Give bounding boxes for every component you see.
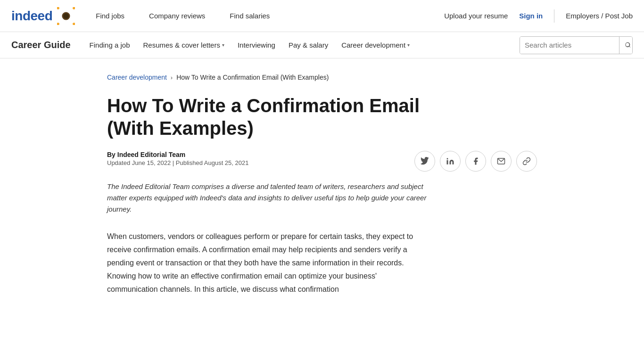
main-content: Career development › How To Write a Conf… (0, 58, 644, 326)
published-date: Published August 25, 2021 (176, 159, 249, 166)
employers-link[interactable]: Employers / Post Job (566, 12, 633, 20)
share-twitter-button[interactable] (414, 151, 435, 172)
author-label: Indeed Editorial Team (117, 151, 185, 158)
breadcrumb-separator: › (171, 74, 173, 81)
svg-point-3 (72, 22, 75, 25)
facebook-icon (471, 157, 480, 165)
career-guide-title: Career Guide (11, 40, 71, 50)
find-salaries-link[interactable]: Find salaries (224, 9, 275, 23)
svg-point-5 (57, 22, 60, 25)
link-icon (522, 157, 531, 165)
date-pipe: | (171, 159, 176, 166)
career-development-label: Career development (341, 41, 405, 49)
breadcrumb-parent-link[interactable]: Career development (107, 74, 167, 81)
indeed-logo-text: indeed (11, 8, 52, 24)
share-linkedin-button[interactable] (440, 151, 461, 172)
twitter-icon (421, 157, 429, 165)
email-icon (497, 157, 505, 165)
find-jobs-link[interactable]: Find jobs (90, 9, 130, 23)
svg-point-7 (57, 7, 60, 10)
finding-a-job-nav[interactable]: Finding a job (84, 38, 136, 52)
top-nav: indeed Find jobs (0, 0, 644, 32)
top-nav-links: Find jobs Company reviews Find salaries (90, 9, 444, 23)
author-prefix: By (107, 151, 117, 158)
author-dates: Updated June 15, 2022 | Published August… (107, 159, 248, 166)
search-articles-button[interactable] (619, 37, 633, 54)
chevron-down-icon: ▾ (222, 42, 224, 48)
share-email-button[interactable] (491, 151, 512, 172)
editorial-note: The Indeed Editorial Team comprises a di… (107, 181, 428, 215)
chevron-down-icon-2: ▾ (407, 42, 410, 48)
career-development-nav[interactable]: Career development ▾ (336, 38, 415, 52)
career-guide-nav: Career Guide Finding a job Resumes & cov… (0, 32, 644, 58)
article-body: When customers, vendors or colleagues pe… (107, 230, 428, 296)
article-title: How To Write a Confirmation Email (With … (107, 94, 446, 140)
updated-date: Updated June 15, 2022 (107, 159, 171, 166)
author-meta-left: By Indeed Editorial Team Updated June 15… (107, 151, 248, 166)
search-articles-input[interactable] (520, 37, 619, 54)
breadcrumb: Career development › How To Write a Conf… (107, 74, 537, 81)
sunflower-icon (57, 7, 75, 25)
author-name: By Indeed Editorial Team (107, 151, 248, 158)
resumes-cover-letters-nav[interactable]: Resumes & cover letters ▾ (138, 38, 230, 52)
svg-point-1 (72, 7, 75, 10)
sign-in-link[interactable]: Sign in (519, 12, 543, 20)
breadcrumb-current: How To Write a Confirmation Email (With … (176, 74, 329, 81)
indeed-logo[interactable]: indeed (11, 7, 75, 25)
svg-point-9 (64, 13, 69, 18)
search-icon (624, 41, 632, 49)
author-meta-row: By Indeed Editorial Team Updated June 15… (107, 151, 537, 172)
search-articles-wrapper (520, 36, 633, 54)
share-link-button[interactable] (516, 151, 537, 172)
top-nav-right: Upload your resume Sign in Employers / P… (444, 9, 633, 23)
interviewing-nav[interactable]: Interviewing (232, 38, 281, 52)
share-facebook-button[interactable] (465, 151, 486, 172)
linkedin-icon (446, 157, 454, 165)
resumes-cover-letters-label: Resumes & cover letters (143, 41, 220, 49)
pay-salary-nav[interactable]: Pay & salary (283, 38, 334, 52)
article-body-paragraph-1: When customers, vendors or colleagues pe… (107, 230, 428, 296)
share-buttons (414, 151, 537, 172)
upload-resume-link[interactable]: Upload your resume (444, 12, 508, 20)
company-reviews-link[interactable]: Company reviews (143, 9, 211, 23)
cg-nav-links: Finding a job Resumes & cover letters ▾ … (84, 38, 520, 52)
nav-divider (554, 9, 554, 23)
